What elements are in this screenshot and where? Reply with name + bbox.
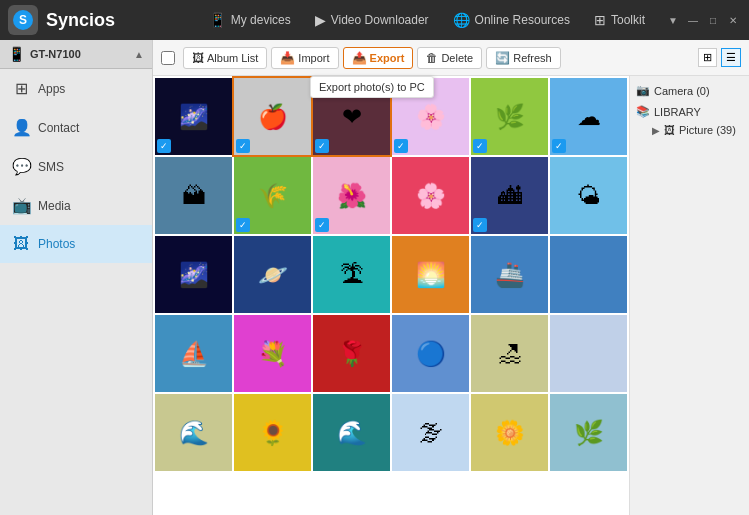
content-area: 🖼 Album List 📥 Import 📤 Export 🗑 Delete … — [153, 40, 749, 515]
import-icon: 📥 — [280, 51, 295, 65]
play-icon: ▶ — [315, 12, 326, 28]
nav-tabs: 📱 My devices ▶ Video Downloader 🌐 Online… — [197, 0, 657, 40]
export-icon: 📤 — [352, 51, 367, 65]
globe-icon: 🌐 — [453, 12, 470, 28]
photo-checkbox: ✓ — [236, 139, 250, 153]
app-title: Syncios — [46, 10, 115, 31]
main-layout: 📱 GT-N7100 ▲ ⊞ Apps 👤 Contact 💬 SMS 📺 Me… — [0, 40, 749, 515]
device-arrow: ▲ — [134, 49, 144, 60]
photo-cell[interactable]: 🌫 — [392, 394, 469, 471]
photo-checkbox: ✓ — [473, 139, 487, 153]
photo-cell[interactable]: 🌌✓ — [155, 78, 232, 155]
photo-cell[interactable]: ☁✓ — [550, 78, 627, 155]
library-item[interactable]: 📚 LIBRARY — [634, 101, 745, 122]
photo-checkbox: ✓ — [394, 139, 408, 153]
photo-cell[interactable]: 🏙✓ — [471, 157, 548, 234]
photo-checkbox: ✓ — [315, 218, 329, 232]
photo-cell[interactable]: 🌌 — [155, 236, 232, 313]
photo-cell[interactable] — [550, 315, 627, 392]
photo-checkbox: ✓ — [552, 139, 566, 153]
photo-cell[interactable]: 🏝 — [313, 236, 390, 313]
maximize-button[interactable]: □ — [705, 12, 721, 28]
media-icon: 📺 — [12, 196, 30, 215]
refresh-icon: 🔄 — [495, 51, 510, 65]
sidebar-item-sms[interactable]: 💬 SMS — [0, 147, 152, 186]
close-button[interactable]: ✕ — [725, 12, 741, 28]
photo-cell[interactable]: 🌊 — [155, 394, 232, 471]
tab-my-devices[interactable]: 📱 My devices — [197, 0, 303, 40]
view-grid-button[interactable]: ⊞ — [698, 48, 717, 67]
delete-button[interactable]: 🗑 Delete — [417, 47, 482, 69]
minimize-button[interactable]: — — [685, 12, 701, 28]
tab-video-downloader[interactable]: ▶ Video Downloader — [303, 0, 441, 40]
photo-checkbox: ✓ — [236, 218, 250, 232]
photo-cell[interactable]: 🌿✓ — [471, 78, 548, 155]
photo-grid-wrapper: 🌌✓🍎✓❤✓🌸✓🌿✓☁✓🏔🌾✓🌺✓🌸🏙✓🌤🌌🪐🏝🌅🚢⛵💐🌹🔵🏖🌊🌻🌊🌫🌼🌿 📷 … — [153, 76, 749, 515]
sidebar-item-apps[interactable]: ⊞ Apps — [0, 69, 152, 108]
tab-online-resources[interactable]: 🌐 Online Resources — [441, 0, 582, 40]
photo-checkbox: ✓ — [473, 218, 487, 232]
photos-icon: 🖼 — [12, 235, 30, 253]
device-icon: 📱 — [8, 46, 25, 62]
more-button[interactable]: ▼ — [665, 12, 681, 28]
photo-cell[interactable]: 🚢 — [471, 236, 548, 313]
photo-cell[interactable]: 🔵 — [392, 315, 469, 392]
photo-cell[interactable]: ⛵ — [155, 315, 232, 392]
picture-icon: 🖼 — [664, 124, 675, 136]
album-icon: 🖼 — [192, 51, 204, 65]
photo-cell[interactable]: 🌼 — [471, 394, 548, 471]
import-button[interactable]: 📥 Import — [271, 47, 338, 69]
photo-cell[interactable]: 🌹 — [313, 315, 390, 392]
title-bar: S Syncios 📱 My devices ▶ Video Downloade… — [0, 0, 749, 40]
delete-icon: 🗑 — [426, 51, 438, 65]
library-icon: 📚 — [636, 105, 650, 118]
tab-toolkit[interactable]: ⊞ Toolkit — [582, 0, 657, 40]
refresh-button[interactable]: 🔄 Refresh — [486, 47, 561, 69]
device-header: 📱 GT-N7100 ▲ — [0, 40, 152, 69]
photo-cell[interactable]: 🌾✓ — [234, 157, 311, 234]
photo-cell[interactable]: 💐 — [234, 315, 311, 392]
photo-checkbox: ✓ — [315, 139, 329, 153]
library-sub: ▶ 🖼 Picture (39) — [634, 122, 745, 138]
grid-icon: ⊞ — [594, 12, 606, 28]
photo-cell[interactable]: 🌊 — [313, 394, 390, 471]
contact-icon: 👤 — [12, 118, 30, 137]
photo-cell[interactable]: 🌤 — [550, 157, 627, 234]
photo-cell[interactable]: 🌿 — [550, 394, 627, 471]
select-all-checkbox[interactable] — [161, 51, 175, 65]
sms-icon: 💬 — [12, 157, 30, 176]
toolbar: 🖼 Album List 📥 Import 📤 Export 🗑 Delete … — [153, 40, 749, 76]
photo-cell[interactable]: 🌸 — [392, 157, 469, 234]
export-tooltip: Export photo(s) to PC — [310, 76, 434, 98]
photo-grid: 🌌✓🍎✓❤✓🌸✓🌿✓☁✓🏔🌾✓🌺✓🌸🏙✓🌤🌌🪐🏝🌅🚢⛵💐🌹🔵🏖🌊🌻🌊🌫🌼🌿 — [153, 76, 629, 515]
photo-cell[interactable] — [550, 236, 627, 313]
photo-cell[interactable]: 🌺✓ — [313, 157, 390, 234]
album-list-button[interactable]: 🖼 Album List — [183, 47, 267, 69]
app-logo: S — [8, 5, 38, 35]
photo-cell[interactable]: 🌻 — [234, 394, 311, 471]
right-panel: 📷 Camera (0) 📚 LIBRARY ▶ 🖼 Picture (39) — [629, 76, 749, 515]
camera-icon: 📷 — [636, 84, 650, 97]
sidebar-item-media[interactable]: 📺 Media — [0, 186, 152, 225]
sidebar-item-photos[interactable]: 🖼 Photos — [0, 225, 152, 263]
view-list-button[interactable]: ☰ — [721, 48, 741, 67]
sidebar: 📱 GT-N7100 ▲ ⊞ Apps 👤 Contact 💬 SMS 📺 Me… — [0, 40, 153, 515]
export-button[interactable]: 📤 Export — [343, 47, 414, 69]
photo-cell[interactable]: 🍎✓ — [234, 78, 311, 155]
device-name: GT-N7100 — [30, 48, 81, 60]
apps-icon: ⊞ — [12, 79, 30, 98]
photo-cell[interactable]: 🏔 — [155, 157, 232, 234]
mobile-icon: 📱 — [209, 12, 226, 28]
photo-cell[interactable]: 🌅 — [392, 236, 469, 313]
photo-checkbox: ✓ — [157, 139, 171, 153]
camera-item[interactable]: 📷 Camera (0) — [634, 80, 745, 101]
photo-cell[interactable]: 🪐 — [234, 236, 311, 313]
sidebar-item-contact[interactable]: 👤 Contact — [0, 108, 152, 147]
picture-item[interactable]: ▶ 🖼 Picture (39) — [650, 122, 745, 138]
expand-arrow: ▶ — [652, 125, 660, 136]
svg-text:S: S — [19, 13, 27, 27]
photo-cell[interactable]: 🏖 — [471, 315, 548, 392]
window-controls: ▼ — □ ✕ — [665, 12, 741, 28]
